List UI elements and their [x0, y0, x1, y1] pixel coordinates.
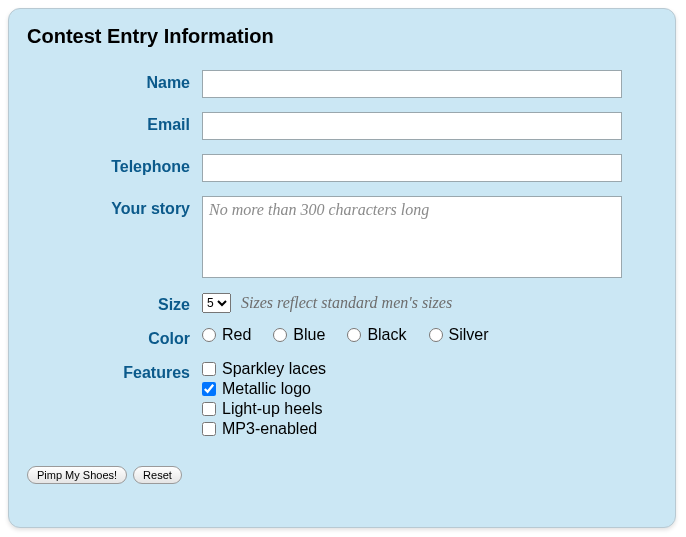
viewport: Contest Entry Information Name Email Tel…: [0, 0, 686, 537]
checkbox-mp3[interactable]: [202, 422, 216, 436]
row-color: Color Red Blue Black Silver: [27, 326, 657, 348]
row-name: Name: [27, 70, 657, 98]
size-hint: Sizes reflect standard men's sizes: [241, 292, 452, 314]
checkbox-lightup[interactable]: [202, 402, 216, 416]
label-email: Email: [27, 112, 202, 134]
story-textarea[interactable]: [202, 196, 622, 278]
size-select[interactable]: 5: [202, 293, 231, 313]
feature-option-lightup[interactable]: Light-up heels: [202, 400, 323, 418]
label-telephone: Telephone: [27, 154, 202, 176]
name-input[interactable]: [202, 70, 622, 98]
features-checkbox-group: Sparkley laces Metallic logo Light-up he…: [202, 360, 326, 440]
color-option-red[interactable]: Red: [202, 326, 251, 344]
reset-button[interactable]: Reset: [133, 466, 182, 484]
feature-option-mp3[interactable]: MP3-enabled: [202, 420, 317, 438]
label-features: Features: [27, 360, 202, 382]
color-radio-group: Red Blue Black Silver: [202, 326, 511, 344]
radio-black[interactable]: [347, 328, 361, 342]
checkbox-sparkley[interactable]: [202, 362, 216, 376]
row-email: Email: [27, 112, 657, 140]
radio-red[interactable]: [202, 328, 216, 342]
label-name: Name: [27, 70, 202, 92]
label-color: Color: [27, 326, 202, 348]
checkbox-metallic[interactable]: [202, 382, 216, 396]
row-features: Features Sparkley laces Metallic logo Li…: [27, 360, 657, 440]
form-panel: Contest Entry Information Name Email Tel…: [8, 8, 676, 528]
color-option-blue[interactable]: Blue: [273, 326, 325, 344]
label-story: Your story: [27, 196, 202, 218]
label-size: Size: [27, 292, 202, 314]
radio-silver[interactable]: [429, 328, 443, 342]
page-title: Contest Entry Information: [27, 25, 657, 48]
feature-option-metallic[interactable]: Metallic logo: [202, 380, 311, 398]
button-row: Pimp My Shoes! Reset: [27, 466, 657, 484]
color-option-silver[interactable]: Silver: [429, 326, 489, 344]
size-group: 5 Sizes reflect standard men's sizes: [202, 292, 452, 314]
feature-option-sparkley[interactable]: Sparkley laces: [202, 360, 326, 378]
submit-button[interactable]: Pimp My Shoes!: [27, 466, 127, 484]
row-size: Size 5 Sizes reflect standard men's size…: [27, 292, 657, 314]
radio-blue[interactable]: [273, 328, 287, 342]
row-story: Your story: [27, 196, 657, 278]
color-option-black[interactable]: Black: [347, 326, 406, 344]
row-telephone: Telephone: [27, 154, 657, 182]
telephone-input[interactable]: [202, 154, 622, 182]
email-input[interactable]: [202, 112, 622, 140]
